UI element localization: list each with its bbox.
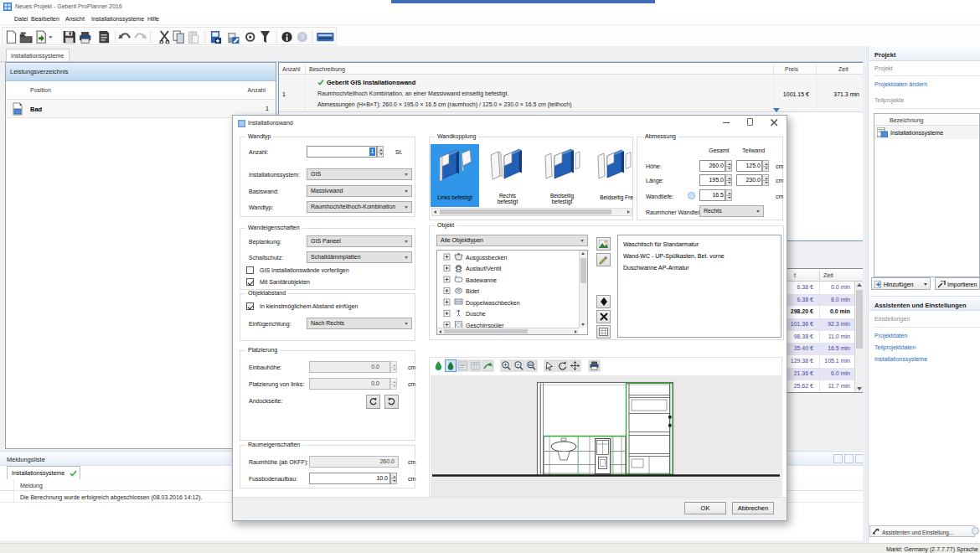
svg-text:Auslauf/Ventil: Auslauf/Ventil [466,266,502,271]
svg-text:?: ? [301,34,305,41]
svg-text:Ausgussbecken: Ausgussbecken [466,255,508,261]
svg-text:Bidet: Bidet [466,288,479,294]
svg-text:Doppelwaschbecken: Doppelwaschbecken [466,300,520,307]
svg-text:Dusche: Dusche [466,311,486,317]
svg-text:Badewanne: Badewanne [466,277,497,283]
